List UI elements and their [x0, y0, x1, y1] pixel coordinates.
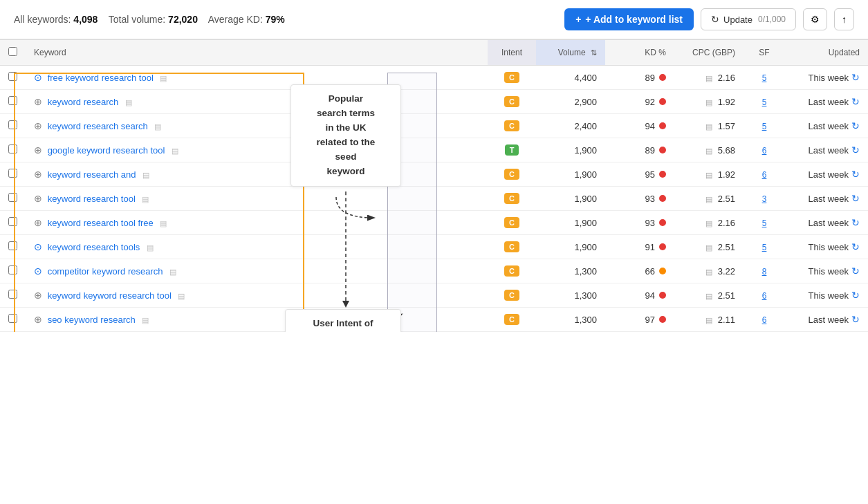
kd-cell: 97: [605, 308, 674, 332]
updated-cell: Last week ↻: [785, 211, 868, 235]
row-checkbox-cell[interactable]: [0, 211, 26, 235]
row-checkbox[interactable]: [8, 217, 17, 226]
keyword-link[interactable]: keyword research search: [48, 121, 148, 131]
row-checkbox-cell[interactable]: [0, 283, 26, 308]
row-checkbox-cell[interactable]: [0, 138, 26, 162]
refresh-icon[interactable]: ↻: [851, 144, 860, 156]
row-checkbox[interactable]: [8, 96, 17, 105]
refresh-icon[interactable]: ↻: [851, 314, 860, 325]
intent-cell: T: [488, 138, 536, 162]
table-row: ⊕ keyword research and ▤ C 1,900 95 ▤ 1.…: [0, 162, 868, 187]
sf-link[interactable]: 6: [762, 170, 767, 180]
row-checkbox[interactable]: [8, 265, 17, 274]
add-to-keyword-list-button[interactable]: + + Add to keyword list: [564, 8, 694, 30]
update-label: Update: [723, 15, 752, 25]
cpc-cell: ▤ 2.51: [674, 283, 744, 308]
sf-link[interactable]: 6: [762, 315, 767, 325]
kd-value: 66: [645, 266, 655, 277]
row-checkbox[interactable]: [8, 314, 17, 323]
kd-cell: 89: [605, 138, 674, 162]
keyword-cell: ⊕ keyword research and ▤: [26, 162, 488, 187]
refresh-icon[interactable]: ↻: [851, 96, 860, 107]
sf-link[interactable]: 5: [762, 218, 767, 228]
refresh-icon[interactable]: ↻: [851, 193, 860, 204]
sf-link[interactable]: 5: [762, 73, 767, 83]
keyword-link[interactable]: keyword research tool: [48, 194, 136, 204]
cpc-icon: ▤: [705, 316, 712, 324]
keyword-cell: ⊕ google keyword research tool ▤: [26, 138, 488, 162]
refresh-icon[interactable]: ↻: [851, 217, 860, 228]
settings-button[interactable]: ⚙: [803, 8, 827, 30]
sf-link[interactable]: 3: [762, 194, 767, 204]
header-keyword: Keyword: [26, 40, 488, 66]
sf-link[interactable]: 5: [762, 97, 767, 107]
row-checkbox[interactable]: [8, 144, 17, 153]
row-checkbox-cell[interactable]: [0, 259, 26, 283]
keyword-link[interactable]: keyword research: [48, 97, 119, 107]
keyword-page-icon: ▤: [125, 98, 132, 106]
keyword-link[interactable]: free keyword research tool: [48, 73, 154, 83]
row-checkbox-cell[interactable]: [0, 308, 26, 332]
kd-value: 94: [645, 121, 655, 131]
refresh-icon[interactable]: ↻: [851, 265, 860, 277]
keyword-icon: ⊙: [34, 72, 42, 83]
total-volume-label: Total volume:: [109, 14, 165, 25]
keyword-page-icon: ▤: [178, 292, 185, 300]
row-checkbox[interactable]: [8, 290, 17, 299]
row-checkbox-cell[interactable]: [0, 235, 26, 259]
keyword-page-icon: ▤: [160, 74, 167, 82]
kd-cell: 95: [605, 162, 674, 187]
intent-cell: C: [488, 259, 536, 283]
keyword-link[interactable]: keyword research and: [48, 169, 136, 180]
kd-cell: 91: [605, 235, 674, 259]
keyword-page-icon: ▤: [142, 195, 149, 203]
top-bar: All keywords: 4,098 Total volume: 72,020…: [0, 0, 868, 39]
updated-cell: Last week ↻: [785, 138, 868, 162]
export-button[interactable]: ↑: [834, 8, 854, 30]
refresh-icon[interactable]: ↻: [851, 290, 860, 301]
select-all-checkbox[interactable]: [8, 47, 17, 56]
sf-cell: 5: [744, 114, 785, 138]
cpc-cell: ▤ 1.57: [674, 114, 744, 138]
row-checkbox[interactable]: [8, 193, 17, 202]
keyword-icon: ⊕: [34, 120, 42, 131]
sf-link[interactable]: 5: [762, 243, 767, 252]
row-checkbox-cell[interactable]: [0, 114, 26, 138]
row-checkbox[interactable]: [8, 72, 17, 81]
kd-dot: [659, 195, 666, 202]
sf-link[interactable]: 6: [762, 146, 767, 156]
keyword-link[interactable]: keyword research tools: [48, 242, 140, 252]
row-checkbox-cell[interactable]: [0, 90, 26, 114]
header-checkbox[interactable]: [0, 40, 26, 66]
row-checkbox[interactable]: [8, 169, 17, 178]
kd-dot: [659, 219, 666, 226]
sf-link[interactable]: 5: [762, 122, 767, 131]
row-checkbox-cell[interactable]: [0, 187, 26, 211]
table-row: ⊕ keyword keyword research tool ▤ C 1,30…: [0, 283, 868, 308]
refresh-icon[interactable]: ↻: [851, 72, 860, 83]
kd-cell: 94: [605, 283, 674, 308]
row-checkbox[interactable]: [8, 241, 17, 250]
sf-link[interactable]: 8: [762, 267, 767, 277]
kd-dot: [659, 171, 666, 178]
update-button[interactable]: ↻ Update 0/1,000: [701, 8, 796, 30]
intent-cell: C: [488, 66, 536, 90]
table-row: ⊕ keyword research tool free ▤ C 1,900 9…: [0, 211, 868, 235]
keyword-link[interactable]: seo keyword research: [48, 315, 136, 325]
kd-cell: 93: [605, 211, 674, 235]
sf-link[interactable]: 6: [762, 291, 767, 301]
intent-cell: C: [488, 211, 536, 235]
cpc-cell: ▤ 2.16: [674, 66, 744, 90]
keyword-link[interactable]: keyword keyword research tool: [48, 290, 172, 301]
keyword-link[interactable]: competitor keyword research: [48, 266, 163, 277]
row-checkbox-cell[interactable]: [0, 66, 26, 90]
header-volume[interactable]: Volume ⇅: [536, 40, 605, 66]
row-checkbox-cell[interactable]: [0, 162, 26, 187]
row-checkbox[interactable]: [8, 120, 17, 129]
refresh-icon[interactable]: ↻: [851, 169, 860, 180]
keyword-link[interactable]: google keyword research tool: [48, 145, 165, 156]
refresh-icon[interactable]: ↻: [851, 241, 860, 252]
keyword-link[interactable]: keyword research tool free: [48, 218, 154, 228]
refresh-icon[interactable]: ↻: [851, 120, 860, 131]
volume-cell: 1,900: [536, 138, 605, 162]
